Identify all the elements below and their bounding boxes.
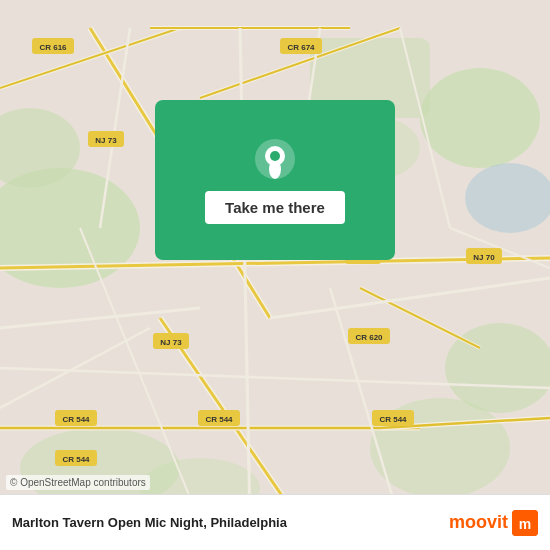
map-container: CR 616 CR 674 CR 674 NJ 73 NJ 70 NJ 70 N… bbox=[0, 0, 550, 550]
location-pin-icon bbox=[253, 137, 297, 181]
svg-text:NJ 73: NJ 73 bbox=[95, 136, 117, 145]
svg-point-67 bbox=[270, 151, 280, 161]
svg-text:CR 544: CR 544 bbox=[62, 415, 90, 424]
moovit-icon: m bbox=[512, 510, 538, 536]
svg-text:CR 674: CR 674 bbox=[287, 43, 315, 52]
take-me-there-button[interactable]: Take me there bbox=[205, 191, 345, 224]
svg-point-3 bbox=[420, 68, 540, 168]
moovit-logo: moovit m bbox=[449, 510, 538, 536]
svg-text:CR 544: CR 544 bbox=[62, 455, 90, 464]
svg-text:CR 544: CR 544 bbox=[205, 415, 233, 424]
svg-text:m: m bbox=[519, 516, 531, 532]
svg-text:NJ 70: NJ 70 bbox=[473, 253, 495, 262]
svg-text:CR 544: CR 544 bbox=[379, 415, 407, 424]
cta-overlay: Take me there bbox=[155, 100, 395, 260]
map-background: CR 616 CR 674 CR 674 NJ 73 NJ 70 NJ 70 N… bbox=[0, 0, 550, 550]
bottom-bar: Marlton Tavern Open Mic Night, Philadelp… bbox=[0, 494, 550, 550]
moovit-text: moovit bbox=[449, 512, 508, 533]
osm-attribution: © OpenStreetMap contributors bbox=[6, 475, 150, 490]
svg-point-66 bbox=[269, 159, 281, 179]
svg-text:CR 620: CR 620 bbox=[355, 333, 383, 342]
svg-text:CR 616: CR 616 bbox=[39, 43, 67, 52]
svg-text:NJ 73: NJ 73 bbox=[160, 338, 182, 347]
event-title: Marlton Tavern Open Mic Night, Philadelp… bbox=[12, 515, 287, 530]
